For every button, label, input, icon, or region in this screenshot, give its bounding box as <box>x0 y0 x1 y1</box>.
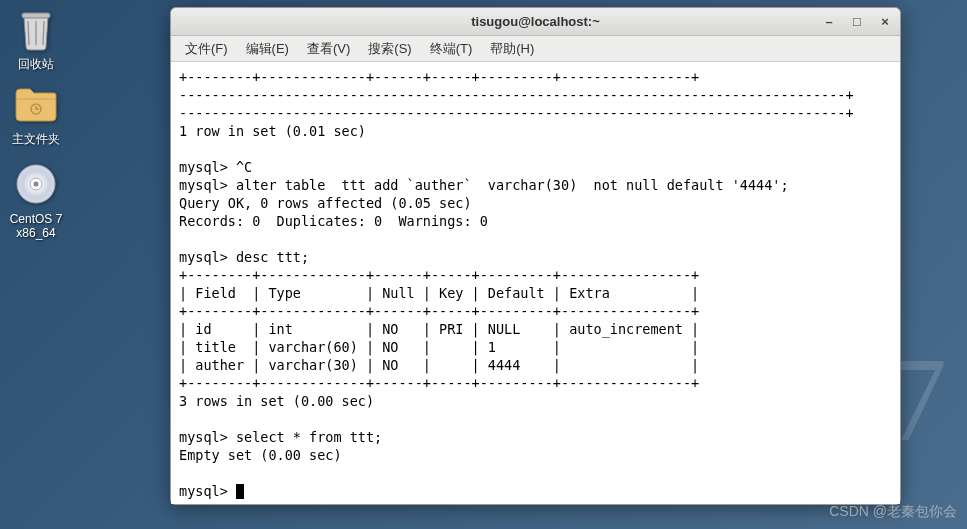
term-line: mysql> select * from ttt; <box>179 429 382 445</box>
term-line: | Field | Type | Null | Key | Default | … <box>179 285 699 301</box>
svg-rect-0 <box>22 13 50 18</box>
trash-label: 回收站 <box>6 57 66 71</box>
term-line: 3 rows in set (0.00 sec) <box>179 393 374 409</box>
term-line: +--------+-------------+------+-----+---… <box>179 375 699 391</box>
titlebar[interactable]: tisugou@localhost:~ – □ × <box>171 8 900 36</box>
terminal-body[interactable]: +--------+-------------+------+-----+---… <box>171 62 900 504</box>
disc-label-1: CentOS 7 <box>6 212 66 226</box>
home-folder-label: 主文件夹 <box>6 132 66 146</box>
watermark: CSDN @老秦包你会 <box>829 503 957 521</box>
menu-file[interactable]: 文件(F) <box>177 37 236 61</box>
window-controls: – □ × <box>822 15 892 29</box>
svg-point-4 <box>34 182 39 187</box>
cursor-icon <box>236 484 244 499</box>
folder-icon <box>12 80 60 128</box>
menu-terminal[interactable]: 终端(T) <box>422 37 481 61</box>
disc-icon[interactable]: CentOS 7 x86_64 <box>6 160 66 241</box>
cd-icon <box>12 160 60 208</box>
maximize-button[interactable]: □ <box>850 15 864 29</box>
term-line: | id | int | NO | PRI | NULL | auto_incr… <box>179 321 699 337</box>
term-line: Records: 0 Duplicates: 0 Warnings: 0 <box>179 213 488 229</box>
close-button[interactable]: × <box>878 15 892 29</box>
trash-bin-icon <box>12 5 60 53</box>
term-line: | auther | varchar(30) | NO | | 4444 | | <box>179 357 699 373</box>
term-line: +--------+-------------+------+-----+---… <box>179 69 699 85</box>
term-line: mysql> desc ttt; <box>179 249 309 265</box>
menu-search[interactable]: 搜索(S) <box>360 37 419 61</box>
term-line: mysql> alter table ttt add `auther` varc… <box>179 177 789 193</box>
home-folder-icon[interactable]: 主文件夹 <box>6 80 66 146</box>
term-line: +--------+-------------+------+-----+---… <box>179 267 699 283</box>
minimize-button[interactable]: – <box>822 15 836 29</box>
terminal-window: tisugou@localhost:~ – □ × 文件(F) 编辑(E) 查看… <box>170 7 901 505</box>
disc-label-2: x86_64 <box>6 226 66 240</box>
term-line: ----------------------------------------… <box>179 105 854 121</box>
menu-view[interactable]: 查看(V) <box>299 37 358 61</box>
menu-edit[interactable]: 编辑(E) <box>238 37 297 61</box>
term-prompt: mysql> <box>179 483 236 499</box>
trash-icon[interactable]: 回收站 <box>6 5 66 71</box>
term-line: Empty set (0.00 sec) <box>179 447 342 463</box>
menu-help[interactable]: 帮助(H) <box>482 37 542 61</box>
term-line: +--------+-------------+------+-----+---… <box>179 303 699 319</box>
term-line: | title | varchar(60) | NO | | 1 | | <box>179 339 699 355</box>
term-line: 1 row in set (0.01 sec) <box>179 123 366 139</box>
term-line: ----------------------------------------… <box>179 87 854 103</box>
term-line: mysql> ^C <box>179 159 252 175</box>
window-title: tisugou@localhost:~ <box>471 14 600 29</box>
menubar: 文件(F) 编辑(E) 查看(V) 搜索(S) 终端(T) 帮助(H) <box>171 36 900 62</box>
term-line: Query OK, 0 rows affected (0.05 sec) <box>179 195 472 211</box>
